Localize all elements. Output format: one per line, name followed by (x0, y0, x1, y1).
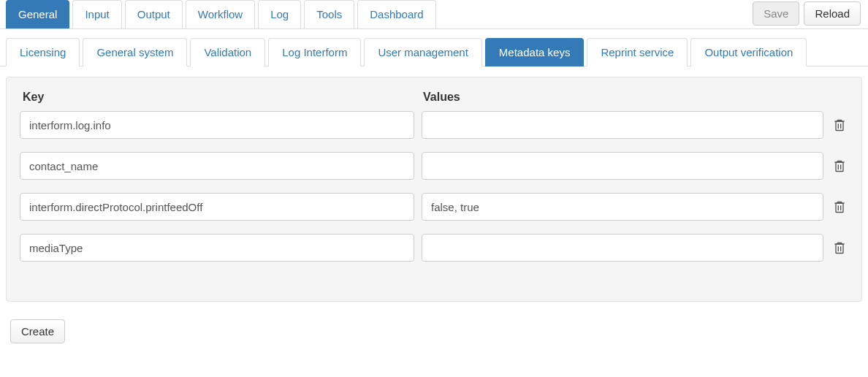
key-input[interactable] (20, 152, 414, 180)
values-input[interactable] (422, 234, 823, 262)
subtab-licensing[interactable]: Licensing (6, 38, 80, 66)
table-row (20, 193, 848, 221)
subtab-log-interform[interactable]: Log Interform (268, 38, 361, 66)
subtab-general-system[interactable]: General system (83, 38, 187, 66)
trash-icon[interactable] (831, 157, 848, 175)
tab-tools[interactable]: Tools (304, 0, 354, 28)
table-row (20, 152, 848, 180)
values-input[interactable] (422, 111, 823, 139)
key-input[interactable] (20, 111, 414, 139)
svg-rect-1 (836, 162, 843, 172)
table-row (20, 111, 848, 139)
svg-rect-2 (836, 203, 843, 213)
subtab-metadata-keys[interactable]: Metadata keys (485, 38, 585, 66)
subtab-output-verification[interactable]: Output verification (690, 38, 807, 66)
key-input[interactable] (20, 193, 414, 221)
tab-input[interactable]: Input (72, 0, 121, 28)
table-row (20, 234, 848, 262)
column-header-values: Values (420, 91, 848, 104)
subtab-reprint-service[interactable]: Reprint service (587, 38, 688, 66)
save-button[interactable]: Save (753, 1, 799, 26)
column-header-key: Key (20, 91, 420, 104)
values-input[interactable] (422, 193, 823, 221)
trash-icon[interactable] (831, 198, 848, 216)
svg-rect-0 (836, 121, 843, 131)
svg-rect-3 (836, 244, 843, 254)
metadata-rows (20, 111, 848, 262)
trash-icon[interactable] (831, 116, 848, 134)
tab-output[interactable]: Output (125, 0, 183, 28)
tab-log[interactable]: Log (258, 0, 301, 28)
trash-icon[interactable] (831, 239, 848, 256)
reload-button[interactable]: Reload (804, 1, 861, 26)
subtab-validation[interactable]: Validation (190, 38, 265, 66)
tab-general[interactable]: General (6, 0, 69, 28)
subtab-user-management[interactable]: User management (364, 38, 481, 66)
key-input[interactable] (20, 234, 414, 262)
top-nav-tabs: GeneralInputOutputWorkflowLogToolsDashbo… (6, 0, 753, 28)
top-actions: Save Reload (753, 0, 862, 26)
tab-dashboard[interactable]: Dashboard (357, 0, 435, 28)
metadata-keys-panel: Key Values (6, 77, 862, 302)
values-input[interactable] (422, 152, 823, 180)
tab-workflow[interactable]: Workflow (186, 0, 255, 28)
sub-nav-tabs: LicensingGeneral systemValidationLog Int… (0, 29, 868, 66)
create-button[interactable]: Create (10, 319, 65, 343)
